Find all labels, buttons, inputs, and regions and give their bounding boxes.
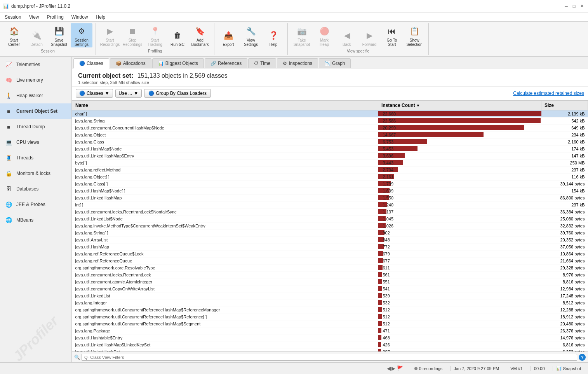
take-snapshot-button[interactable]: 📷 TakeSnapshot — [291, 23, 313, 47]
table-row[interactable]: java.util.LinkedHashMap$Entry3,696147 kB — [72, 152, 588, 159]
table-row[interactable]: java.util.LinkedHashSet3976,352 bytes — [72, 348, 588, 352]
table-row[interactable]: java.util.HashMap77237,056 bytes — [72, 243, 588, 250]
table-row[interactable]: java.util.LinkedHashMap1,55086,800 bytes — [72, 194, 588, 201]
cell-count: 22,660 — [378, 110, 541, 117]
sidebar-item-live-memory[interactable]: 🧠 Live memory — [0, 72, 71, 88]
sidebar-item-telemetries[interactable]: 📈 Telemetries — [0, 57, 71, 72]
table-row[interactable]: int[ ]1,240237 kB — [72, 201, 588, 208]
maximize-button[interactable]: □ — [571, 3, 577, 9]
table-row[interactable]: java.util.LinkedList53917,248 bytes — [72, 292, 588, 299]
table-row[interactable]: java.util.concurrent.ConcurrentHashMap$N… — [72, 124, 588, 131]
sidebar-item-monitors-locks[interactable]: 🔒 Monitors & locks — [0, 166, 71, 181]
table-row[interactable]: java.lang.Object14,667234 kB — [72, 131, 588, 138]
sidebar-item-current-object-set[interactable]: ◼ Current Object Set — [0, 103, 71, 119]
start-recordings-button[interactable]: ▶ StartRecordings — [99, 23, 121, 47]
table-row[interactable]: java.lang.String[ ]90239,760 bytes — [72, 229, 588, 236]
menu-session[interactable]: Session — [2, 14, 24, 21]
table-row[interactable]: java.util.concurrent.CopyOnWriteArrayLis… — [72, 285, 588, 292]
session-settings-button[interactable]: ⚙ SessionSettings — [71, 23, 92, 47]
save-snapshot-icon: 💾 — [53, 25, 65, 37]
sidebar-item-jee-probes[interactable]: 🌐 JEE & Probes — [0, 197, 71, 212]
cell-count: 471 — [378, 327, 541, 334]
table-row[interactable]: java.lang.Class6,7532,160 kB — [72, 138, 588, 145]
use-dropdown[interactable]: Use ... ▼ — [115, 89, 142, 98]
save-snapshot-button[interactable]: 💾 SaveSnapshot — [48, 23, 70, 47]
sidebar-item-thread-dump[interactable]: ◼ Thread Dump — [0, 119, 71, 135]
calculate-retained-link[interactable]: Calculate estimated retained sizes — [513, 91, 584, 96]
sidebar-item-heap-walker[interactable]: 🚶 Heap Walker — [0, 88, 71, 103]
cell-count: 22,586 — [378, 117, 541, 124]
table-row[interactable]: org.springframework.util.ConcurrentRefer… — [72, 313, 588, 320]
table-row[interactable]: java.lang.Object[ ]2,161116 kB — [72, 173, 588, 180]
group-by-class-loaders-btn[interactable]: 🔵 Group By Class Loaders — [144, 89, 211, 98]
table-row[interactable]: byte[ ]3,443250 MB — [72, 159, 588, 166]
object-set-subtitle: 1 selection step, 259 MB shallow size — [78, 80, 582, 85]
sidebar-item-cpu-views[interactable]: 💻 CPU views — [0, 135, 71, 150]
start-center-button[interactable]: 🏠 StartCenter — [3, 23, 25, 47]
filter-input[interactable] — [82, 354, 577, 361]
filter-help-button[interactable]: ? — [579, 354, 586, 361]
tab-inspections[interactable]: ⚙ Inspections — [277, 58, 318, 68]
table-row[interactable]: java.lang.invoke.MethodType$ConcurrentWe… — [72, 222, 588, 229]
table-row[interactable]: java.lang.Package47126,376 bytes — [72, 327, 588, 334]
cell-count: 20,299 — [378, 124, 541, 131]
table-row[interactable]: char[ ]22,6602,139 kB — [72, 110, 588, 117]
start-tracking-button[interactable]: 📍 StartTracking — [144, 23, 166, 47]
table-row[interactable]: java.util.concurrent.atomic.AtomicIntege… — [72, 278, 588, 285]
go-to-start-button[interactable]: ⏮ Go ToStart — [381, 23, 403, 47]
back-button[interactable]: ◀ Back — [336, 23, 358, 47]
tab-classes[interactable]: 🔵 Classes — [73, 58, 109, 68]
table-row[interactable]: java.util.concurrent.locks.ReentrantLock… — [72, 208, 588, 215]
run-gc-button[interactable]: 🗑 Run GC — [167, 23, 188, 47]
col-name[interactable]: Name — [72, 101, 378, 110]
detach-button[interactable]: 🔌 Detach — [26, 23, 47, 47]
table-row[interactable]: java.util.HashMap$Node5,453174 kB — [72, 145, 588, 152]
sidebar-item-databases[interactable]: 🗄 Databases — [0, 181, 71, 197]
menu-profiling[interactable]: Profiling — [44, 14, 67, 21]
tab-graph[interactable]: 📉 Graph — [319, 58, 351, 68]
table-row[interactable]: java.util.LinkedHashMap$LinkedKeySet4266… — [72, 341, 588, 348]
minimize-button[interactable]: ─ — [563, 3, 569, 9]
forward-button[interactable]: ▶ Forward — [358, 23, 380, 47]
table-row[interactable]: org.springframework.core.ResolvableType6… — [72, 264, 588, 271]
close-button[interactable]: ✕ — [579, 3, 585, 9]
export-label: Export — [223, 42, 234, 47]
tab-references[interactable]: 🔗 References — [205, 58, 247, 68]
table-row[interactable]: java.util.LinkedList$Node1,04525,080 byt… — [72, 215, 588, 222]
add-bookmark-button[interactable]: 🔖 AddBookmark — [189, 23, 211, 47]
stop-recordings-button[interactable]: ⏹ StopRecordings — [122, 23, 143, 47]
sidebar-cpu-views-label: CPU views — [16, 140, 39, 145]
table-row[interactable]: java.lang.Class[ ]1,79939,144 bytes — [72, 180, 588, 187]
view-settings-button[interactable]: 🔧 ViewSettings — [240, 23, 262, 47]
help-button[interactable]: ❓ Help — [263, 23, 284, 47]
tab-biggest-objects[interactable]: 📊 Biggest Objects — [152, 58, 204, 68]
table-row[interactable]: org.springframework.util.ConcurrentRefer… — [72, 306, 588, 313]
export-button[interactable]: 📤 Export — [217, 23, 239, 47]
table-row[interactable]: org.springframework.util.ConcurrentRefer… — [72, 320, 588, 327]
table-row[interactable]: java.lang.reflect.Method2,704237 kB — [72, 166, 588, 173]
col-instance-count[interactable]: Instance Count — [378, 101, 541, 110]
sidebar-item-threads[interactable]: 🧵 Threads — [0, 150, 71, 166]
tab-allocations[interactable]: 📦 Allocations — [110, 58, 151, 68]
classes-dropdown[interactable]: 🔵 Classes ▼ — [76, 89, 113, 98]
window-controls[interactable]: ─ □ ✕ — [563, 3, 585, 9]
sidebar-item-mbeans[interactable]: 🌐 MBeans — [0, 212, 71, 228]
table-row[interactable]: java.util.HashMap$Node[ ]1,609154 kB — [72, 187, 588, 194]
nav-left-arrow[interactable]: ◀ — [387, 365, 391, 371]
show-selection-button[interactable]: 📋 ShowSelection — [404, 23, 425, 47]
table-row[interactable]: java.util.ArrayList84820,352 bytes — [72, 236, 588, 243]
nav-right-arrow[interactable]: ▶ — [391, 365, 395, 371]
table-row[interactable]: java.lang.String22,586542 kB — [72, 117, 588, 124]
table-row[interactable]: java.lang.ref.ReferenceQueue$Lock67910,8… — [72, 250, 588, 257]
menu-view[interactable]: View — [26, 14, 42, 21]
tab-time[interactable]: ⏱ Time — [248, 58, 276, 68]
table-row[interactable]: java.util.Hashtable$Entry46814,976 bytes — [72, 334, 588, 341]
table-row[interactable]: java.util.concurrent.locks.ReentrantLock… — [72, 271, 588, 278]
status-vm: VM #1 — [507, 366, 526, 371]
col-size[interactable]: Size — [541, 101, 588, 110]
menu-window[interactable]: Window — [68, 14, 91, 21]
mark-heap-button[interactable]: 🔴 MarkHeap — [313, 23, 335, 47]
table-row[interactable]: java.lang.Integer5328,512 bytes — [72, 299, 588, 306]
table-row[interactable]: java.lang.ref.ReferenceQueue67721,664 by… — [72, 257, 588, 264]
menu-help[interactable]: Help — [93, 14, 109, 21]
